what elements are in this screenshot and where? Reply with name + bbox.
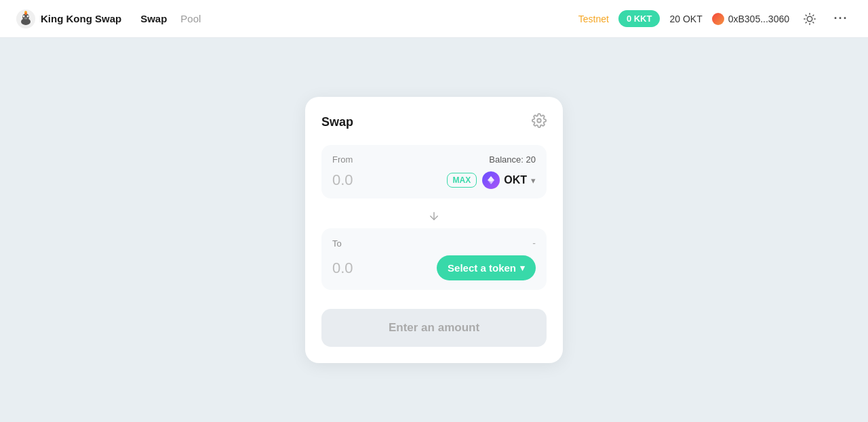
swap-direction-divider xyxy=(321,204,547,228)
to-amount-input[interactable] xyxy=(332,259,414,277)
svg-point-4 xyxy=(27,15,29,17)
navbar: King Kong Swap Swap Pool Testnet 0 KKT 2… xyxy=(0,0,868,38)
svg-line-15 xyxy=(806,22,806,22)
okt-token-name: OKT xyxy=(504,174,527,186)
svg-point-17 xyxy=(537,119,541,123)
address-avatar xyxy=(712,13,724,25)
theme-toggle-button[interactable] xyxy=(799,8,821,30)
svg-line-16 xyxy=(813,15,814,16)
from-amount-input[interactable] xyxy=(332,171,414,189)
wallet-badge[interactable]: 0 KKT xyxy=(618,10,660,27)
svg-line-12 xyxy=(813,22,814,22)
main-content: Swap From Balance: 20 MAX xyxy=(0,38,868,422)
brand-name: King Kong Swap xyxy=(41,13,121,24)
from-input-row: MAX OKT ▾ xyxy=(332,171,536,189)
svg-point-3 xyxy=(23,15,25,17)
settings-button[interactable] xyxy=(532,113,547,131)
okt-icon xyxy=(482,171,500,189)
arrow-down-icon xyxy=(428,210,440,222)
from-balance: Balance: 20 xyxy=(489,154,536,165)
select-token-button[interactable]: Select a token ▾ xyxy=(437,255,536,280)
to-balance: - xyxy=(532,238,536,249)
svg-point-7 xyxy=(25,12,26,14)
card-title: Swap xyxy=(321,115,353,129)
from-row-label: From Balance: 20 xyxy=(332,154,536,165)
select-token-label: Select a token xyxy=(448,262,516,274)
okt-chevron-down-icon: ▾ xyxy=(531,175,536,186)
svg-point-8 xyxy=(807,16,812,22)
nav-links: Swap Pool xyxy=(140,13,201,24)
testnet-label[interactable]: Testnet xyxy=(578,14,609,24)
more-options-button[interactable]: ··· xyxy=(830,8,852,30)
to-row-label: To - xyxy=(332,238,536,249)
okt-balance: 20 OKT xyxy=(669,14,702,24)
wallet-address[interactable]: 0xB305...3060 xyxy=(712,13,789,25)
swap-card: Swap From Balance: 20 MAX xyxy=(305,97,563,363)
navbar-right: Testnet 0 KKT 20 OKT 0xB305...3060 ··· xyxy=(578,8,852,30)
from-section: From Balance: 20 MAX xyxy=(321,145,547,198)
address-text: 0xB305...3060 xyxy=(728,14,789,24)
okt-token-selector[interactable]: OKT ▾ xyxy=(482,171,536,189)
gear-icon xyxy=(532,113,547,128)
max-button[interactable]: MAX xyxy=(447,173,477,188)
brand-icon xyxy=(16,9,35,28)
nav-swap[interactable]: Swap xyxy=(140,13,167,24)
nav-pool[interactable]: Pool xyxy=(180,13,201,24)
svg-line-11 xyxy=(806,15,806,16)
card-header: Swap xyxy=(321,113,547,131)
sun-icon xyxy=(804,13,816,25)
svg-point-5 xyxy=(24,17,28,19)
ellipsis-icon: ··· xyxy=(833,12,848,26)
token-controls: MAX OKT ▾ xyxy=(447,171,536,189)
to-input-row: Select a token ▾ xyxy=(332,255,536,280)
from-label: From xyxy=(332,154,353,165)
to-section: To - Select a token ▾ xyxy=(321,228,547,290)
select-token-chevron-icon: ▾ xyxy=(520,263,525,273)
eth-icon xyxy=(486,175,496,186)
brand: King Kong Swap xyxy=(16,9,121,28)
to-label: To xyxy=(332,238,342,249)
enter-amount-button[interactable]: Enter an amount xyxy=(321,309,547,347)
